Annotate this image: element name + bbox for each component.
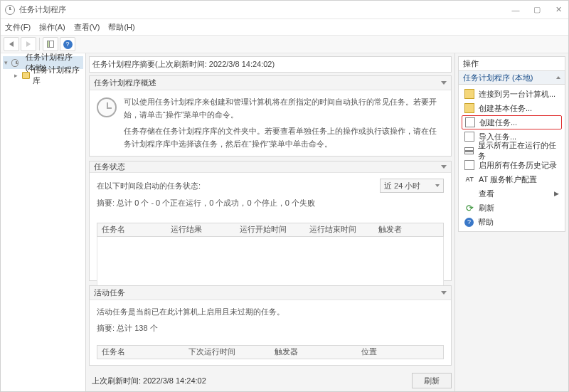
col-run-result[interactable]: 运行结果 [166,223,235,236]
at-service-icon: AT [464,174,474,184]
actions-list: 连接到另一台计算机... 创建基本任务... 创建任务... 导入任务... 显… [458,85,565,232]
chevron-down-icon [435,184,440,187]
col-trigger[interactable]: 触发者 [374,223,443,236]
overview-text: 可以使用任务计划程序来创建和管理计算机将在所指定的时间自动执行的常见任务。若要开… [124,96,444,150]
status-summary-text: 摘要: 总计 0 个 - 0 个正在运行，0 个成功，0 个停止，0 个失败 [97,197,444,210]
create-task-icon [465,117,475,127]
connect-icon [464,89,474,99]
action-view-submenu[interactable]: 查看 ▶ [462,186,562,201]
caret-down-icon [441,81,447,85]
menu-view[interactable]: 查看(V) [74,22,100,33]
action-connect-label: 连接到另一台计算机... [479,89,555,100]
basic-task-icon [464,103,474,113]
action-enable-history[interactable]: 启用所有任务历史记录 [462,158,562,172]
window-title: 任务计划程序 [19,4,511,15]
action-help-label: 帮助 [478,217,494,228]
tree-library-item[interactable]: ▸ 任务计划程序库 [13,69,83,82]
close-button[interactable]: ✕ [554,6,563,14]
col-task-name[interactable]: 任务名 [97,223,166,236]
app-icon [5,5,15,15]
col-trigger[interactable]: 触发器 [270,346,357,359]
status-head[interactable]: 任务状态 [90,161,451,173]
minimize-button[interactable]: — [511,6,520,14]
active-head[interactable]: 活动任务 [90,286,451,300]
action-at-service[interactable]: AT AT 服务帐户配置 [462,172,562,186]
view-panes-button[interactable] [43,37,58,51]
overview-head[interactable]: 任务计划程序概述 [90,76,451,90]
action-view-label: 查看 [479,189,494,199]
arrow-left-icon [9,41,14,47]
running-tasks-icon [464,147,474,154]
active-summary: 摘要: 总计 138 个 [97,322,444,335]
toolbar: ? [1,35,568,53]
action-at-service-label: AT 服务帐户配置 [479,174,537,185]
action-show-running[interactable]: 显示所有正在运行的任务 [462,144,562,158]
history-icon [464,160,474,170]
overview-panel: 任务计划程序概述 可以使用任务计划程序来创建和管理计算机将在所指定的时间自动执行… [89,75,452,157]
status-panel: 任务状态 在以下时间段启动的任务状态: 近 24 小时 摘要: 总计 0 个 -… [89,161,452,280]
actions-pane: 操作 任务计划程序 (本地) 连接到另一台计算机... 创建基本任务... 创建… [454,53,568,391]
clock-icon [97,97,117,117]
tree-library-label: 任务计划程序库 [33,65,82,86]
col-task-name[interactable]: 任务名 [97,346,184,359]
col-next-run[interactable]: 下次运行时间 [184,346,271,359]
action-create-basic-label: 创建基本任务... [479,103,532,114]
titlebar: 任务计划程序 — ▢ ✕ [1,1,568,19]
status-top-row: 在以下时间段启动的任务状态: 近 24 小时 [97,179,444,193]
import-task-icon [464,132,474,142]
menu-action[interactable]: 操作(A) [39,22,65,33]
toolbar-separator [39,38,40,51]
active-table-head: 任务名 下次运行时间 触发器 位置 [97,345,444,359]
action-connect[interactable]: 连接到另一台计算机... [462,87,562,101]
active-panel: 活动任务 活动任务是当前已在此计算机上启用且未过期的任务。 摘要: 总计 138… [89,285,452,366]
last-refresh-label: 上次刷新时间: 2022/3/8 14:24:02 [92,376,206,386]
caret-up-icon [556,76,560,79]
action-enable-history-label: 启用所有任务历史记录 [479,160,557,171]
actions-context-label: 任务计划程序 (本地) [463,73,533,83]
action-show-running-label: 显示所有正在运行的任务 [478,140,559,161]
nav-back-button[interactable] [4,37,19,51]
col-run-end[interactable]: 运行结束时间 [305,223,374,236]
status-body: 在以下时间段启动的任务状态: 近 24 小时 摘要: 总计 0 个 - 0 个正… [90,173,451,304]
folder-icon [22,72,30,79]
active-body: 活动任务是当前已在此计算机上启用且未过期的任务。 摘要: 总计 138 个 任务… [90,300,451,365]
nav-forward-button[interactable] [21,37,36,51]
summary-heading: 任务计划程序摘要(上次刷新时间: 2022/3/8 14:24:02) [89,56,452,73]
help-icon: ? [464,218,474,227]
overview-text-2: 任务存储在任务计划程序库的文件夹中。若要查看单独任务上的操作或执行该操作，请在任… [124,125,444,150]
expand-icon[interactable]: ▾ [4,59,9,66]
period-value: 近 24 小时 [384,180,420,193]
period-dropdown[interactable]: 近 24 小时 [380,179,444,193]
help-toolbar-button[interactable]: ? [60,37,75,51]
help-icon: ? [63,40,73,49]
overview-body: 可以使用任务计划程序来创建和管理计算机将在所指定的时间自动执行的常见任务。若要开… [90,90,451,156]
refresh-icon: ⟳ [464,203,474,213]
col-location[interactable]: 位置 [357,346,444,359]
action-create-basic-task[interactable]: 创建基本任务... [462,101,562,115]
overview-title: 任务计划程序概述 [94,78,156,88]
action-help[interactable]: ? 帮助 [462,215,562,229]
actions-title: 操作 [458,56,565,70]
active-title: 活动任务 [94,287,125,298]
overview-text-1: 可以使用任务计划程序来创建和管理计算机将在所指定的时间自动执行的常见任务。若要开… [124,96,444,121]
active-desc: 活动任务是当前已在此计算机上启用且未过期的任务。 [97,306,444,319]
status-period-label: 在以下时间段启动的任务状态: [97,180,201,193]
refresh-button[interactable]: 刷新 [412,373,452,388]
caret-down-icon [441,291,447,295]
panes-icon [47,41,54,48]
menu-help[interactable]: 帮助(H) [108,22,134,33]
menubar: 文件(F) 操作(A) 查看(V) 帮助(H) [1,19,568,35]
menu-file[interactable]: 文件(F) [5,22,31,33]
tree-sidebar: ▾ 任务计划程序 (本地) ▸ 任务计划程序库 [1,53,86,391]
action-create-task[interactable]: 创建任务... [462,115,562,129]
footer-row: 上次刷新时间: 2022/3/8 14:24:02 刷新 [89,370,452,388]
action-refresh[interactable]: ⟳ 刷新 [462,201,562,215]
expand-icon[interactable]: ▸ [14,72,19,79]
window-controls: — ▢ ✕ [511,6,563,14]
caret-down-icon [441,165,447,169]
status-title: 任务状态 [94,161,125,172]
col-run-start[interactable]: 运行开始时间 [235,223,304,236]
action-refresh-label: 刷新 [479,203,494,213]
chevron-right-icon: ▶ [554,190,559,197]
maximize-button[interactable]: ▢ [533,6,541,14]
